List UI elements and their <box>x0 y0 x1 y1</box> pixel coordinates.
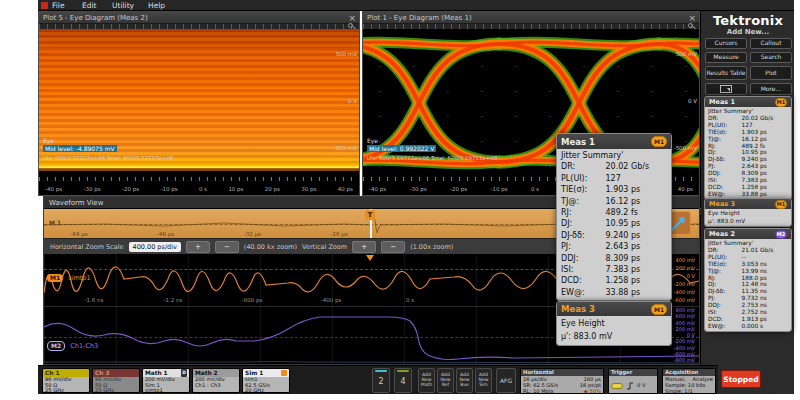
m1-source-label: simtp1 <box>68 274 90 282</box>
meas1-sidebar-panel[interactable]: Meas 1 M1 Jitter Summary' DR: 20.02 Gb/s… <box>704 96 792 200</box>
meas1-popup-body: Jitter Summary' DR: 20.02 Gb/s PL(UI): 1… <box>557 149 671 300</box>
meas-row: DR: 20.02 Gb/s <box>561 161 667 172</box>
horizontal-panel[interactable]: Horizontal 16 µs/div160 µs SR: 62.5 GS/s… <box>520 368 604 394</box>
plot1-title: Plot 1 - Eye Diagram (Meas 1) <box>363 12 699 24</box>
h-zoom-scale-value[interactable]: 400.00 ps/div <box>129 242 181 252</box>
trigger-panel[interactable]: Trigger 0 V <box>608 368 658 394</box>
meas-row: DCD: 1.258 ps <box>561 275 667 286</box>
ch1-badge[interactable]: Ch 1 96 mV/div50 Ω25 GHz <box>42 368 90 393</box>
v-zoom-label: Vertical Zoom <box>302 243 347 251</box>
meas3-popup-title: Meas 3 <box>561 304 595 314</box>
menu-utility[interactable]: Utility <box>112 1 134 10</box>
results-table-button[interactable]: Results Table <box>705 66 747 80</box>
meas-row: PJ: 2.643 ps <box>708 163 788 170</box>
meas-row: DCD: 1.913 ps <box>708 316 788 323</box>
add-new-math-button[interactable]: Add New Math <box>418 368 435 393</box>
ch4-color-stripe <box>397 370 409 372</box>
meas-row: EW@: 33.88 ps <box>561 287 667 298</box>
expansion-point-marker[interactable] <box>366 255 374 261</box>
add-new-ref-button[interactable]: Add New Ref <box>437 368 454 393</box>
plot5-x-ticks: -40 ps-30 ps-20 ps-10 ps0 s10 ps20 ps30 … <box>45 186 353 192</box>
meas2-sidebar-panel[interactable]: Meas 2 M2 Jitter Summary' DR: 21.01 Gb/s… <box>704 228 792 332</box>
measure-button[interactable]: Measure <box>705 52 747 63</box>
meas-row: PL(UI): 127 <box>708 122 788 129</box>
v-zoom-minus-button[interactable]: − <box>381 241 405 253</box>
v-zoom-plus-button[interactable]: + <box>352 241 376 253</box>
overview-ticks: -64 µs-48 µs-32 µs-16 µs <box>59 231 359 237</box>
meas-row: PJ: 2.643 ps <box>561 241 667 252</box>
meas-row: DDJ: 2.753 ns <box>708 302 788 309</box>
meas3-popup[interactable]: Meas 3 M1 Eye Height µ': 883.0 mV <box>556 301 672 346</box>
meas-row: TJ@: 13.99 ns <box>708 268 788 275</box>
h-zoom-minus-button[interactable]: − <box>215 241 239 253</box>
trigger-flag[interactable]: T <box>365 210 375 220</box>
meas2-panel-source-badge: M2 <box>775 230 787 239</box>
callout-button[interactable]: Callout <box>750 38 792 49</box>
menu-edit[interactable]: Edit <box>82 1 97 10</box>
stopped-button[interactable]: Stopped <box>721 370 761 388</box>
menu-bar: File Edit Utility Help <box>38 0 794 11</box>
cursors-button[interactable]: Cursors <box>705 38 747 49</box>
h-zoom-scale-label: Horizontal Zoom Scale <box>50 243 124 251</box>
meas-row: TIE(σ): 1.903 ps <box>561 184 667 195</box>
more-button[interactable]: More... <box>750 83 792 95</box>
plot1-overlay-uis: UIs: 600/3.19711e+06 Total: 600/3.19711e… <box>367 155 497 161</box>
meas3-popup-line2: µ': 883.0 mV <box>561 330 667 343</box>
meas3-panel-header[interactable]: Meas 3 M1 <box>705 199 791 209</box>
plot5-window: Plot 5 - Eye Diagram (Meas 2) × Eye Mid … <box>38 11 360 196</box>
meas-row: RJ: 489.2 fs <box>561 207 667 218</box>
math1-badge[interactable]: Math 1 D 200 mV/divSim 1simtp1 <box>142 368 190 393</box>
h-zoom-plus-button[interactable]: + <box>186 241 210 253</box>
math2-badge[interactable]: Math 2 200 mV/divCh1 - Ch3 <box>192 368 240 393</box>
meas-row: EW@: 33.88 ps <box>708 191 788 198</box>
meas3-popup-line1: Eye Height <box>561 317 667 330</box>
m1-source-row[interactable]: M1 simtp1 <box>47 265 91 284</box>
meas3-sidebar-panel[interactable]: Meas 3 M1 Eye Height µ': 883.0 mV <box>704 198 792 227</box>
add-new-bus-button[interactable]: Add New Bus <box>456 368 473 393</box>
plot-button[interactable]: Plot <box>750 66 792 80</box>
meas-row: TIE(σ): 1.903 ps <box>708 129 788 136</box>
screen-capture-button[interactable] <box>705 83 747 95</box>
meas-row: TJ@: 16.12 ps <box>708 136 788 143</box>
meas-row: DR: 21.01 Gb/s <box>708 247 788 254</box>
search-button[interactable]: Search <box>750 52 792 63</box>
ch2-color-stripe <box>375 370 387 372</box>
meas1-popup-rows: DR: 20.02 Gb/s PL(UI): 127 TIE(σ): 1.903… <box>561 161 667 298</box>
meas-row: DJ-δδ: 11.35 ns <box>708 288 788 295</box>
meas1-panel-header[interactable]: Meas 1 M1 <box>705 97 791 107</box>
meas1-popup-title: Meas 1 <box>561 137 595 147</box>
menu-help[interactable]: Help <box>148 1 165 10</box>
sim1-badge[interactable]: Sim 1 sim162.5 GS/s20 GHz <box>242 368 290 393</box>
overview-m1-label: M 1 <box>49 219 61 226</box>
meas1-popup[interactable]: Meas 1 M1 Jitter Summary' DR: 20.02 Gb/s… <box>556 133 672 301</box>
h-zoom-factor: (40.00 kx zoom) <box>244 243 297 251</box>
afg-button[interactable]: AFG <box>496 368 516 393</box>
plot1-overlay-midlevel: Mid level: 0.992022 V <box>367 145 436 152</box>
meas1-popup-header[interactable]: Meas 1 M1 <box>557 134 671 149</box>
meas-row: DDJ: 8.309 ps <box>561 253 667 264</box>
meas-row: ISI: 2.752 ns <box>708 309 788 316</box>
meas-row: RJ: 489.2 fs <box>708 143 788 150</box>
add-new-label: Add New... <box>701 28 795 36</box>
trigger-source-icon <box>611 383 623 389</box>
meas3-popup-body: Eye Height µ': 883.0 mV <box>557 316 671 345</box>
meas3-popup-header[interactable]: Meas 3 M1 <box>557 302 671 316</box>
meas-row: TIE(σ): 3.053 ns <box>708 261 788 268</box>
meas-row: DJ-δδ: 9.240 ps <box>561 230 667 241</box>
ch2-button[interactable]: 2 <box>372 368 390 393</box>
menu-file[interactable]: File <box>52 1 65 10</box>
add-new-sim-button[interactable]: Add New Sim <box>475 368 492 393</box>
meas-row: DR: 20.02 Gb/s <box>708 115 788 122</box>
m2-source-row[interactable]: M2 Ch1-Ch3 <box>47 333 98 352</box>
sim-status-icon <box>281 370 287 376</box>
ch4-button[interactable]: 4 <box>394 368 412 393</box>
ch3-badge[interactable]: Ch 3 96 mV/div50 Ω25 GHz <box>92 368 140 393</box>
m2-badge[interactable]: M2 <box>47 341 65 351</box>
math1-d-icon: D <box>181 369 187 377</box>
sidebar: Tektronix Add New... Cursors Callout Mea… <box>700 11 794 394</box>
acquisition-panel[interactable]: Acquisition Manual,Analyze Sample: 10 bi… <box>662 368 716 394</box>
meas-row: PL(UI): 127 <box>561 173 667 184</box>
meas-row: ISI: 7.383 ps <box>561 264 667 275</box>
meas2-panel-header[interactable]: Meas 2 M2 <box>705 229 791 239</box>
m1-badge[interactable]: M1 <box>47 274 63 282</box>
